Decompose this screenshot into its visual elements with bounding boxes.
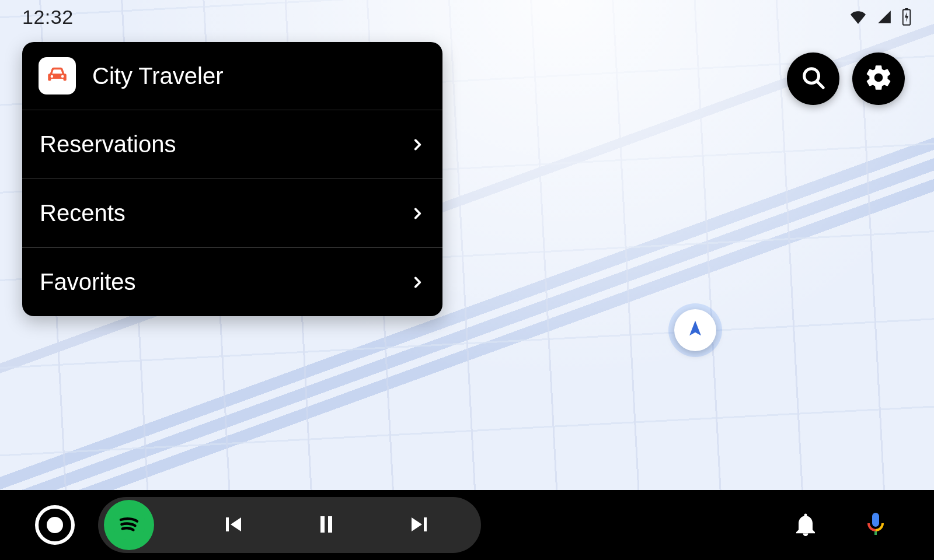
menu-item-label: Recents [40,200,126,226]
menu-item-label: Reservations [40,131,176,158]
chevron-right-icon [410,131,425,158]
status-time: 12:32 [22,6,74,29]
launcher-button[interactable] [35,505,75,545]
svg-rect-1 [905,8,908,10]
status-bar: 12:32 [0,0,934,34]
previous-track-button[interactable] [212,505,253,545]
assistant-mic-button[interactable] [852,502,899,548]
settings-button[interactable] [852,52,905,105]
status-icons [849,8,912,26]
search-button[interactable] [787,52,839,105]
gear-icon [864,63,893,94]
notifications-button[interactable] [782,502,829,548]
battery-charging-icon [901,8,912,26]
skip-previous-icon [219,510,247,540]
menu-item-recents[interactable]: Recents [22,178,442,247]
media-controls [98,497,481,553]
menu-item-reservations[interactable]: Reservations [22,110,442,178]
menu-item-label: Favorites [40,269,136,295]
skip-next-icon [406,510,434,540]
side-panel: City Traveler Reservations Recents Favor… [22,42,442,316]
bottom-nav-bar [0,490,934,560]
search-icon [800,64,827,93]
app-title: City Traveler [92,63,224,89]
chevron-right-icon [410,269,425,295]
fab-row [787,52,905,105]
current-location-puck[interactable] [674,309,716,351]
media-app-badge[interactable] [104,500,154,550]
spotify-icon [113,508,145,542]
menu-item-favorites[interactable]: Favorites [22,247,442,316]
pause-icon [312,510,340,540]
panel-header: City Traveler [22,42,442,110]
navigation-arrow-icon [685,319,705,341]
assistant-mic-icon [862,510,890,540]
play-pause-button[interactable] [306,505,347,545]
app-icon [39,57,76,94]
cellular-icon [876,9,893,24]
next-track-button[interactable] [399,505,440,545]
chevron-right-icon [410,200,425,226]
car-icon [45,62,69,89]
svg-line-3 [817,82,824,88]
wifi-icon [849,9,867,24]
bell-icon [792,510,820,540]
